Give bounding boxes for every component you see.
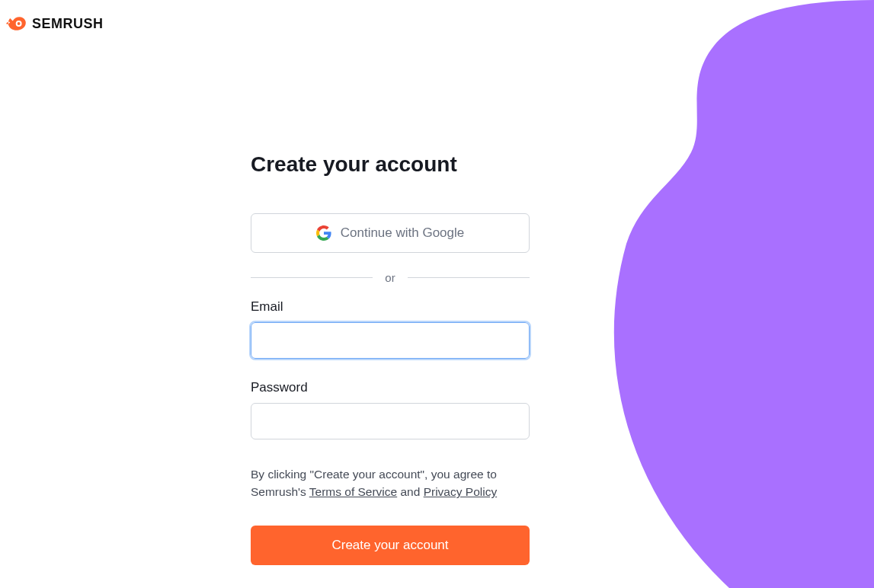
logo[interactable]: SEMRUSH (6, 15, 104, 32)
background-decoration (584, 0, 874, 588)
page-title: Create your account (251, 152, 530, 177)
signup-form: Create your account Continue with Google… (251, 152, 530, 588)
continue-with-google-button[interactable]: Continue with Google (251, 213, 530, 253)
divider-text: or (373, 271, 407, 284)
divider-line-right (408, 277, 530, 278)
terms-of-service-link[interactable]: Terms of Service (309, 485, 397, 498)
semrush-fireball-icon (6, 15, 27, 32)
create-account-button[interactable]: Create your account (251, 526, 530, 565)
password-field[interactable] (251, 403, 530, 439)
google-icon (316, 225, 331, 241)
divider-line-left (251, 277, 373, 278)
email-field[interactable] (251, 322, 530, 359)
svg-point-1 (18, 22, 21, 25)
terms-text: By clicking "Create your account", you a… (251, 465, 530, 501)
divider: or (251, 271, 530, 284)
email-label: Email (251, 299, 530, 315)
logo-text: SEMRUSH (32, 16, 104, 32)
privacy-policy-link[interactable]: Privacy Policy (424, 485, 497, 498)
password-label: Password (251, 380, 530, 395)
google-button-label: Continue with Google (341, 225, 465, 241)
terms-and: and (397, 485, 423, 498)
